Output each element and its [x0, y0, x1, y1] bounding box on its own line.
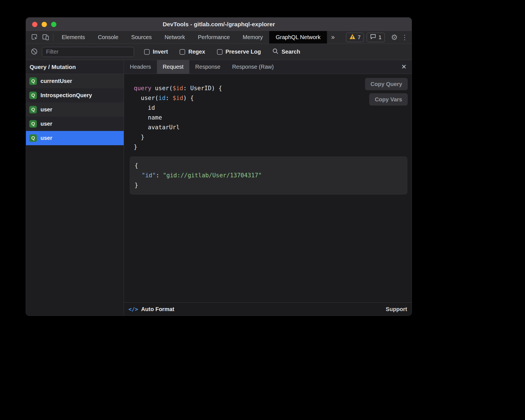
- detail-tab-request[interactable]: Request: [157, 60, 190, 74]
- query-name: IntrospectionQuery: [40, 92, 92, 99]
- kebab-menu-icon[interactable]: ⋮: [400, 31, 409, 44]
- checkbox-invert[interactable]: Invert: [144, 49, 168, 55]
- checkbox-label: Regex: [188, 49, 205, 55]
- more-tabs-button[interactable]: »: [327, 31, 339, 44]
- traffic-lights: [32, 22, 56, 27]
- checkbox-box[interactable]: [144, 49, 150, 55]
- tab-memory[interactable]: Memory: [236, 31, 269, 44]
- tab-performance[interactable]: Performance: [192, 31, 237, 44]
- request-content: Copy Query Copy Vars query user($id: Use…: [124, 74, 412, 302]
- support-link[interactable]: Support: [386, 306, 407, 312]
- warning-icon: [349, 34, 355, 41]
- query-list-item[interactable]: QIntrospectionQuery: [26, 88, 124, 102]
- code-line: name: [134, 113, 412, 123]
- query-type-badge: Q: [29, 92, 37, 99]
- checkbox-label: Preserve Log: [226, 49, 261, 55]
- code-line: avatarUrl: [134, 123, 412, 132]
- auto-format-button[interactable]: </> Auto Format: [128, 306, 174, 312]
- query-sidebar: Query / Mutation QcurrentUserQIntrospect…: [26, 60, 124, 316]
- search-icon: [272, 48, 279, 56]
- checkbox-box[interactable]: [217, 49, 223, 55]
- tab-elements[interactable]: Elements: [55, 31, 91, 44]
- issues-count: 1: [378, 34, 381, 40]
- inspect-cursor-icon: [31, 33, 38, 42]
- graphql-variables-code: { "id": "gid://gitlab/User/13704317"}: [135, 161, 403, 190]
- main-split: Query / Mutation QcurrentUserQIntrospect…: [26, 60, 412, 316]
- detail-panel: HeadersRequestResponseResponse (Raw) ✕ C…: [124, 60, 412, 316]
- copy-vars-button[interactable]: Copy Vars: [369, 93, 408, 106]
- window-titlebar: DevTools - gitlab.com/-/graphql-explorer: [26, 18, 412, 31]
- devtools-tabbar: ElementsConsoleSourcesNetworkPerformance…: [26, 31, 412, 44]
- window-title: DevTools - gitlab.com/-/graphql-explorer: [26, 21, 412, 28]
- auto-format-label: Auto Format: [141, 306, 174, 312]
- query-type-badge: Q: [29, 120, 37, 128]
- filter-input[interactable]: [42, 47, 134, 57]
- checkbox-regex[interactable]: Regex: [180, 49, 205, 55]
- search-control[interactable]: Search: [272, 48, 300, 56]
- query-list-item[interactable]: QcurrentUser: [26, 74, 124, 88]
- filter-toolbar: InvertRegexPreserve Log Search: [26, 44, 412, 60]
- devtools-tab-list: ElementsConsoleSourcesNetworkPerformance…: [55, 31, 327, 44]
- checkbox-box[interactable]: [180, 49, 185, 55]
- query-name: currentUser: [40, 78, 72, 84]
- query-type-badge: Q: [29, 134, 37, 142]
- code-line: "id": "gid://gitlab/User/13704317": [135, 171, 403, 180]
- toolbar-divider: [53, 34, 53, 41]
- variables-box: { "id": "gid://gitlab/User/13704317"}: [130, 156, 407, 195]
- filter-checkbox-group: InvertRegexPreserve Log: [144, 49, 261, 55]
- settings-gear-icon[interactable]: ⚙: [389, 31, 400, 44]
- code-line: {: [135, 161, 403, 171]
- warnings-badge[interactable]: 7: [346, 33, 364, 42]
- tab-graphql-network[interactable]: GraphQL Network: [269, 31, 327, 44]
- copy-query-button[interactable]: Copy Query: [365, 78, 408, 90]
- inspect-element-button[interactable]: [29, 31, 40, 44]
- query-list-item[interactable]: Quser: [26, 102, 124, 117]
- query-list: QcurrentUserQIntrospectionQueryQuserQuse…: [26, 74, 124, 145]
- devtools-window: DevTools - gitlab.com/-/graphql-explorer: [26, 18, 412, 316]
- query-type-badge: Q: [29, 77, 37, 85]
- code-line: }: [134, 132, 412, 142]
- code-brackets-icon: </>: [128, 306, 138, 312]
- block-icon: [30, 48, 38, 56]
- device-toolbar-icon: [42, 33, 49, 42]
- detail-tabbar: HeadersRequestResponseResponse (Raw) ✕: [124, 60, 412, 74]
- clear-button[interactable]: [30, 48, 38, 56]
- device-toolbar-button[interactable]: [40, 31, 51, 44]
- query-name: user: [40, 121, 52, 127]
- checkbox-label: Invert: [153, 49, 168, 55]
- detail-tab-headers[interactable]: Headers: [124, 60, 157, 74]
- tab-console[interactable]: Console: [91, 31, 125, 44]
- detail-tab-response-raw[interactable]: Response (Raw): [226, 60, 280, 74]
- tab-sources[interactable]: Sources: [125, 31, 158, 44]
- query-list-item[interactable]: Quser: [26, 117, 124, 131]
- sidebar-header: Query / Mutation: [26, 60, 124, 74]
- issues-badge[interactable]: 1: [367, 33, 385, 42]
- tab-network[interactable]: Network: [158, 31, 191, 44]
- minimize-window-button[interactable]: [42, 22, 47, 27]
- query-name: user: [40, 135, 52, 141]
- query-name: user: [40, 106, 52, 113]
- detail-footer: </> Auto Format Support: [124, 302, 412, 316]
- search-label: Search: [281, 49, 300, 55]
- query-list-item[interactable]: Quser: [26, 131, 124, 145]
- checkbox-preserve-log[interactable]: Preserve Log: [217, 49, 261, 55]
- copy-button-group: Copy Query Copy Vars: [365, 78, 408, 106]
- code-line: }: [134, 142, 412, 152]
- message-bubble-icon: [370, 34, 376, 41]
- warning-count: 7: [358, 34, 361, 40]
- close-window-button[interactable]: [32, 22, 37, 27]
- close-icon[interactable]: ✕: [401, 63, 407, 71]
- query-type-badge: Q: [29, 106, 37, 113]
- detail-tab-list: HeadersRequestResponseResponse (Raw): [124, 60, 280, 74]
- detail-tab-response[interactable]: Response: [189, 60, 226, 74]
- zoom-window-button[interactable]: [51, 22, 56, 27]
- code-line: }: [135, 180, 403, 190]
